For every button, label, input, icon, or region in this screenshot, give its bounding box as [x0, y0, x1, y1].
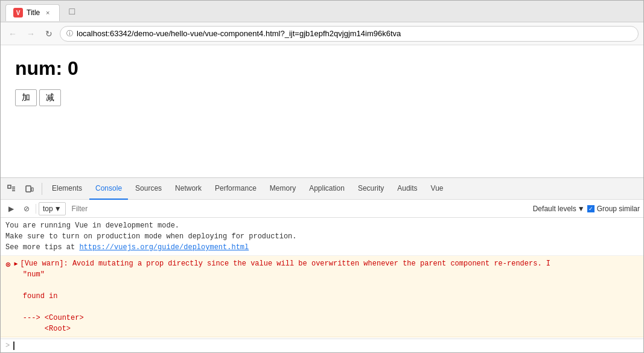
warning-content: ▶[Vue warn]: Avoid mutating a prop direc… [14, 258, 639, 334]
tab-sources[interactable]: Sources [129, 178, 168, 200]
console-prompt: > [5, 342, 10, 350]
tab-title: Title [27, 8, 40, 17]
tab-audits[interactable]: Audits [391, 178, 423, 200]
num-display: num: 0 [15, 57, 629, 80]
sub-button[interactable]: 减 [39, 89, 61, 106]
devtools-panel: Elements Console Sources Network Perform… [1, 177, 643, 352]
title-bar: V Title × □ [1, 1, 643, 22]
filter-input[interactable] [68, 202, 531, 215]
back-button[interactable]: ← [5, 27, 20, 41]
tab-console[interactable]: Console [89, 178, 128, 200]
group-similar-checkbox[interactable]: ✓ [587, 205, 595, 212]
console-message-warning: ⊗ ▶[Vue warn]: Avoid mutating a prop dir… [1, 256, 643, 337]
browser-tab[interactable]: V Title × [5, 4, 60, 21]
tab-performance[interactable]: Performance [209, 178, 263, 200]
new-tab-button[interactable]: □ [63, 3, 80, 20]
console-toolbar: ▶ ⊘ top ▼ Default levels ▼ ✓ Group simil… [1, 200, 643, 218]
vue-deployment-link[interactable]: https://vuejs.org/guide/deployment.html [79, 243, 249, 252]
tab-vue[interactable]: Vue [425, 178, 450, 200]
group-similar-option[interactable]: ✓ Group similar [587, 205, 640, 213]
console-message-info: You are running Vue in development mode.… [1, 218, 643, 256]
reload-button[interactable]: ↻ [42, 27, 56, 41]
button-group: 加 减 [15, 89, 629, 106]
lock-icon: ⓘ [66, 29, 73, 38]
tab-close-button[interactable]: × [43, 8, 52, 17]
svg-rect-4 [26, 186, 31, 192]
url-text: localhost:63342/demo-vue/hello-vue/vue-c… [77, 29, 401, 38]
console-output: You are running Vue in development mode.… [1, 218, 643, 339]
console-input-row: > [1, 339, 643, 352]
svg-rect-5 [31, 188, 33, 191]
cursor-blink [13, 342, 14, 350]
levels-select[interactable]: Default levels ▼ [533, 205, 585, 213]
context-value: top [43, 205, 53, 213]
add-button[interactable]: 加 [15, 89, 37, 106]
page-content: num: 0 加 减 [1, 45, 643, 177]
group-similar-label: Group similar [597, 205, 640, 213]
url-bar[interactable]: ⓘ localhost:63342/demo-vue/hello-vue/vue… [60, 26, 639, 42]
execute-script-button[interactable]: ▶ [4, 202, 18, 215]
tab-elements[interactable]: Elements [46, 178, 88, 200]
levels-label: Default levels [533, 205, 576, 213]
tab-security[interactable]: Security [352, 178, 390, 200]
expand-arrow-icon[interactable]: ▶ [14, 261, 18, 267]
tab-network[interactable]: Network [169, 178, 208, 200]
tab-favicon: V [13, 8, 23, 17]
warning-text: [Vue warn]: Avoid mutating a prop direct… [20, 259, 550, 268]
devtools-toolbar: Elements Console Sources Network Perform… [1, 178, 643, 200]
svg-rect-0 [8, 185, 11, 188]
tab-application[interactable]: Application [303, 178, 351, 200]
context-select[interactable]: top ▼ [39, 202, 66, 215]
inspect-element-button[interactable] [3, 180, 20, 197]
browser-window: V Title × □ ← → ↻ ⓘ localhost:63342/demo… [0, 0, 644, 353]
clear-console-button[interactable]: ⊘ [20, 202, 33, 215]
context-dropdown-icon: ▼ [54, 205, 62, 213]
forward-button[interactable]: → [24, 27, 38, 41]
levels-dropdown-icon: ▼ [578, 205, 585, 213]
device-toolbar-button[interactable] [21, 180, 38, 197]
tab-memory[interactable]: Memory [264, 178, 302, 200]
warning-icon: ⊗ [5, 259, 10, 334]
address-bar: ← → ↻ ⓘ localhost:63342/demo-vue/hello-v… [1, 22, 643, 45]
